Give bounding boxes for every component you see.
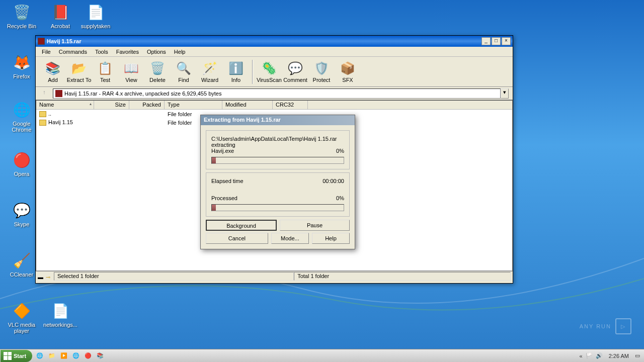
delete-icon: 🗑️ [150,61,165,76]
clock[interactable]: 2:26 AM [606,353,632,359]
extract-file-pct: 0% [336,148,344,154]
pause-button[interactable]: Pause [280,220,350,231]
status-left: Selected 1 folder [54,272,294,281]
explorer-icon[interactable]: 📁 [47,351,57,361]
quick-launch: 🌐 📁 ▶️ 🌐 🔴 📚 [33,351,107,361]
time-info: Elapsed time 00:00:00 Processed 0% [206,172,350,217]
icon-label: Skype [4,221,39,227]
icon-label: Recycle Bin [4,23,39,29]
dialog-title[interactable]: Extracting from Havij 1.15.rar [201,115,355,125]
app-icon: 🧹 [12,250,32,270]
start-label: Start [14,353,26,359]
column-header[interactable]: Packed [129,101,165,109]
info-button[interactable]: ℹ️Info [223,58,249,86]
menu-item[interactable]: Options [143,48,170,56]
disk-icon: ▬ [38,274,45,279]
column-header[interactable]: CRC32 [273,101,308,109]
icon-label: Firefox [4,73,39,79]
start-button[interactable]: Start [1,350,32,362]
cancel-button[interactable]: Cancel [206,233,268,244]
add-icon: 📚 [45,61,60,76]
taskbar: Start 🌐 📁 ▶️ 🌐 🔴 📚 « 🏳️ 🔊 2:26 AM ▭ [0,349,644,362]
processed-pct: 0% [336,195,344,201]
file-progress [211,157,344,164]
app-icon: 🔴 [12,150,32,170]
app-icon: 📕 [50,2,70,22]
menu-item[interactable]: Help [170,48,190,56]
virusscan-icon: 🦠 [262,61,277,76]
mode-button[interactable]: Mode... [271,233,309,244]
extract to-icon: 📂 [71,61,87,76]
ie-icon[interactable]: 🌐 [35,351,45,361]
folder-icon [39,111,46,117]
info-icon: ℹ️ [228,61,244,76]
protect-button[interactable]: 🛡️Protect [308,58,335,86]
app-icon: 📄 [86,2,106,22]
desktop-icon[interactable]: 🧹CCleaner [4,250,39,278]
app-icon: 🌐 [12,100,32,120]
desktop-icon[interactable]: 📕Acrobat [43,2,78,29]
menu-item[interactable]: File [38,48,55,56]
menu-item[interactable]: Tools [91,48,112,56]
find-button[interactable]: 🔍Find [171,58,197,86]
menu-item[interactable]: Favorites [112,48,143,56]
wizard-button[interactable]: 🪄Wizard [197,58,223,86]
desktop-icon[interactable]: 📄networkings... [43,301,78,328]
column-header[interactable]: Name [36,101,94,109]
virusscan-button[interactable]: 🦠VirusScan [256,58,282,86]
column-header[interactable]: Modified [222,101,273,109]
desktop-icon[interactable]: 🔶VLC media player [4,301,39,334]
titlebar[interactable]: Havij 1.15.rar _ □ × [36,36,513,47]
column-header[interactable]: Size [94,101,129,109]
tray-expand-icon[interactable]: « [580,353,583,359]
player-icon[interactable]: ▶️ [59,351,69,361]
path-field[interactable]: Havij 1.15.rar - RAR 4.x archive, unpack… [53,88,501,99]
opera-icon[interactable]: 🔴 [83,351,93,361]
desktop-icon[interactable]: 🌐Google Chrome [4,100,39,133]
windows-logo-icon [4,352,12,360]
key-icon: ⊸ [46,274,53,279]
sfx-icon: 📦 [340,61,355,76]
winrar-task-icon[interactable]: 📚 [95,351,105,361]
wizard-icon: 🪄 [202,61,217,76]
maximize-button[interactable]: □ [492,37,501,45]
chrome-icon[interactable]: 🌐 [71,351,81,361]
desktop-icon[interactable]: 🗑️Recycle Bin [4,2,39,29]
app-icon: 🗑️ [12,2,32,22]
elapsed-label: Elapsed time [211,178,244,184]
icon-label: Opera [4,171,39,177]
desktop-icon[interactable]: 🔴Opera [4,150,39,177]
minimize-button[interactable]: _ [481,37,491,45]
delete-button[interactable]: 🗑️Delete [144,58,171,86]
volume-icon[interactable]: 🔊 [596,352,603,359]
extract-info: C:\Users\admin\AppData\Local\Temp\Havij … [206,130,350,169]
background-button[interactable]: Background [206,220,277,231]
sfx-button[interactable]: 📦SFX [335,58,361,86]
desktop-icon[interactable]: 💬Skype [4,200,39,227]
icon-label: CCleaner [4,272,39,278]
desktop-icon[interactable]: 🦊Firefox [4,52,39,79]
extract-dialog: Extracting from Havij 1.15.rar C:\Users\… [200,115,355,249]
help-button[interactable]: Help [312,233,350,244]
icon-label: VLC media player [4,322,39,334]
show-desktop[interactable]: ▭ [635,352,640,359]
icon-label: supplytaken [78,23,113,29]
flag-icon[interactable]: 🏳️ [586,352,593,359]
path-text: Havij 1.15.rar - RAR 4.x archive, unpack… [64,90,221,97]
menubar: FileCommandsToolsFavoritesOptionsHelp [36,47,513,57]
add-button[interactable]: 📚Add [40,58,66,86]
statusbar: ▬ ⊸ Selected 1 folder Total 1 folder [36,271,513,281]
extract-to-button[interactable]: 📂Extract To [66,58,92,86]
toolbar: 📚Add📂Extract To📋Test📖View🗑️Delete🔍Find🪄W… [36,57,513,87]
column-header[interactable]: Type [165,101,222,109]
up-button[interactable]: ↑ [40,89,49,98]
processed-label: Processed [211,195,237,201]
close-button[interactable]: × [502,37,511,45]
test-button[interactable]: 📋Test [92,58,118,86]
view-button[interactable]: 📖View [118,58,144,86]
comment-button[interactable]: 💬Comment [282,58,308,86]
play-icon: ▷ [615,318,631,334]
menu-item[interactable]: Commands [55,48,91,56]
path-dropdown[interactable]: ▾ [501,88,509,99]
desktop-icon[interactable]: 📄supplytaken [78,2,113,29]
